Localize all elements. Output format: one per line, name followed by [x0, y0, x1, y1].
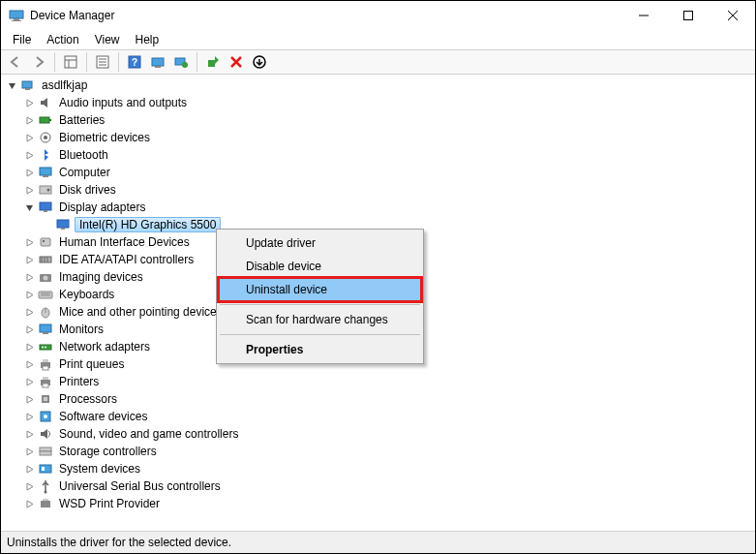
computer-icon [38, 165, 53, 180]
help-button[interactable]: ? [124, 51, 145, 73]
tree-node-system[interactable]: System devices [1, 460, 755, 477]
chevron-right-icon[interactable] [22, 253, 36, 266]
svg-rect-26 [40, 117, 49, 123]
device-tree[interactable]: asdlfkjapAudio inputs and outputsBatteri… [1, 75, 755, 532]
chevron-right-icon[interactable] [22, 288, 36, 301]
svg-rect-27 [49, 119, 51, 121]
context-menu-item[interactable]: Update driver [219, 231, 421, 255]
chevron-right-icon[interactable] [22, 166, 36, 179]
chevron-right-icon[interactable] [22, 340, 36, 354]
tree-node-disk[interactable]: Disk drives [1, 181, 755, 199]
context-menu-item[interactable]: Uninstall device [219, 278, 421, 301]
chevron-right-icon[interactable] [22, 445, 36, 458]
svg-rect-60 [43, 377, 48, 380]
chevron-right-icon[interactable] [22, 148, 36, 162]
window-title: Device Manager [30, 9, 621, 22]
storage-icon [38, 444, 53, 459]
svg-rect-16 [152, 58, 164, 66]
chevron-right-icon[interactable] [22, 113, 36, 127]
mouse-icon [38, 304, 53, 320]
chevron-down-icon[interactable] [5, 78, 18, 92]
tree-node-computer[interactable]: Computer [1, 164, 755, 181]
keyboard-icon [38, 287, 53, 302]
chevron-right-icon[interactable] [22, 235, 36, 249]
tree-node-usb[interactable]: Universal Serial Bus controllers [1, 477, 755, 495]
tree-node-sound[interactable]: Sound, video and game controllers [1, 425, 755, 443]
svg-rect-20 [208, 60, 215, 67]
chevron-right-icon[interactable] [22, 410, 36, 423]
svg-point-65 [44, 415, 47, 418]
chevron-right-icon[interactable] [22, 427, 36, 441]
tree-label: System devices [57, 462, 142, 476]
chevron-right-icon[interactable] [22, 183, 36, 197]
tree-node-storage[interactable]: Storage controllers [1, 443, 755, 460]
tree-node-printer[interactable]: Printers [1, 373, 755, 390]
chevron-right-icon[interactable] [22, 305, 36, 319]
chevron-right-icon[interactable] [22, 392, 36, 406]
chevron-right-icon[interactable] [22, 497, 36, 510]
chevron-right-icon[interactable] [22, 375, 36, 388]
show-hide-tree-button[interactable] [60, 51, 81, 73]
chevron-right-icon[interactable] [22, 479, 36, 493]
tree-label: Keyboards [57, 288, 116, 301]
chevron-right-icon[interactable] [22, 323, 36, 336]
svg-point-29 [44, 136, 47, 139]
toolbar-separator [118, 52, 119, 72]
tree-label: asdlfkjap [40, 78, 89, 92]
enable-device-button[interactable] [202, 51, 224, 73]
disable-device-button[interactable] [249, 51, 270, 73]
tree-root[interactable]: asdlfkjap [1, 77, 755, 94]
svg-rect-37 [61, 228, 65, 230]
tree-node-bluetooth[interactable]: Bluetooth [1, 146, 755, 164]
svg-rect-34 [40, 202, 51, 210]
system-icon [38, 461, 53, 477]
tree-label: Disk drives [57, 183, 118, 197]
toolbar: ? [1, 49, 755, 75]
maximize-button[interactable] [666, 1, 711, 30]
chevron-right-icon[interactable] [22, 131, 36, 144]
scan-hardware-button[interactable] [147, 51, 168, 73]
chevron-down-icon[interactable] [22, 200, 36, 214]
chevron-right-icon[interactable] [22, 270, 36, 284]
tree-node-cpu[interactable]: Processors [1, 390, 755, 408]
chevron-right-icon[interactable] [22, 462, 36, 476]
root-icon [20, 77, 36, 93]
imaging-icon [38, 269, 53, 285]
svg-rect-61 [43, 384, 48, 387]
menu-view[interactable]: View [87, 31, 128, 48]
minimize-button[interactable] [621, 1, 666, 30]
svg-rect-4 [684, 12, 693, 20]
tree-node-battery[interactable]: Batteries [1, 111, 755, 129]
update-driver-button[interactable] [170, 51, 192, 73]
ide-icon [38, 252, 53, 267]
forward-button[interactable] [28, 51, 49, 73]
svg-point-33 [47, 189, 50, 192]
uninstall-device-button[interactable] [226, 51, 247, 73]
menu-action[interactable]: Action [39, 31, 86, 48]
tree-node-wsd[interactable]: WSD Print Provider [1, 495, 755, 512]
hid-icon [38, 234, 53, 250]
svg-rect-51 [40, 324, 51, 332]
context-menu-item[interactable]: Disable device [219, 255, 421, 278]
tree-label: Processors [57, 392, 119, 406]
svg-point-45 [44, 276, 48, 281]
tree-node-biometric[interactable]: Biometric devices [1, 129, 755, 146]
chevron-right-icon[interactable] [22, 96, 36, 109]
svg-rect-57 [43, 359, 48, 362]
back-button[interactable] [5, 51, 26, 73]
svg-rect-66 [40, 447, 51, 451]
menu-file[interactable]: File [5, 31, 39, 48]
context-menu-item[interactable]: Scan for hardware changes [219, 308, 421, 331]
svg-point-54 [42, 347, 44, 349]
tree-node-software[interactable]: Software devices [1, 408, 755, 425]
tree-node-audio[interactable]: Audio inputs and outputs [1, 94, 755, 111]
svg-rect-52 [43, 332, 48, 334]
tree-node-display[interactable]: Display adapters [1, 199, 755, 216]
menu-help[interactable]: Help [128, 31, 167, 48]
close-button[interactable] [711, 1, 755, 30]
context-menu-item[interactable]: Properties [219, 338, 421, 361]
chevron-right-icon[interactable] [22, 357, 36, 371]
context-menu-separator [220, 304, 420, 305]
properties-button[interactable] [92, 51, 113, 73]
monitor-icon [38, 322, 53, 337]
